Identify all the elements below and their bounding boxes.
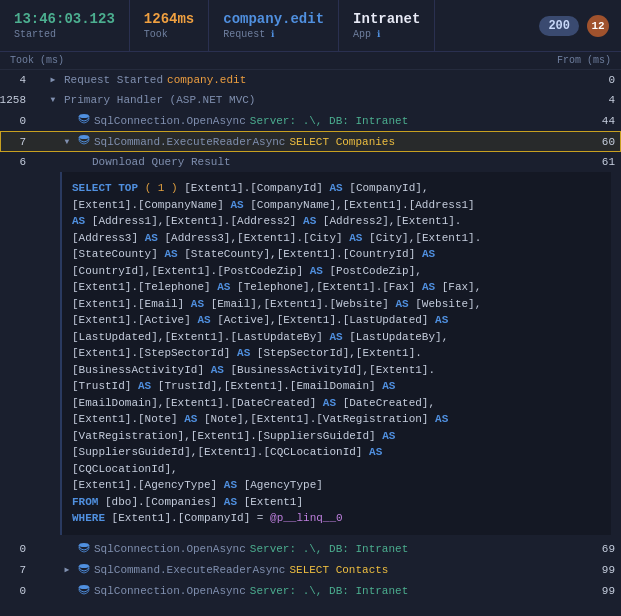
request-label: Request ℹ	[223, 29, 324, 40]
row-content: SqlConnection.OpenAsync Server: .\, DB: …	[74, 110, 581, 131]
header-app: Intranet App ℹ	[339, 0, 435, 51]
table-row: 7 SqlCommand.ExecuteReaderAsync SELECT C…	[0, 560, 621, 581]
db-icon	[78, 113, 90, 128]
label-prefix: Download Query Result	[92, 156, 231, 168]
from-cell: 4	[581, 90, 621, 110]
took-cell: 0	[0, 110, 32, 131]
db-icon	[78, 563, 90, 578]
toggle-icon[interactable]	[60, 131, 74, 152]
from-cell: 99	[581, 560, 621, 581]
label-prefix: SqlConnection.OpenAsync	[94, 543, 246, 555]
db-icon	[78, 134, 90, 149]
label-value: company.edit	[167, 74, 246, 86]
time-value: 13:46:03.123	[14, 11, 115, 27]
svg-point-0	[79, 114, 89, 118]
db-icon	[78, 584, 90, 599]
request-value: company.edit	[223, 11, 324, 27]
label-value: Server: .\, DB: Intranet	[250, 543, 408, 555]
indent-spacer	[32, 90, 46, 110]
status-badge-200: 200	[539, 16, 579, 36]
took-value: 1264ms	[144, 11, 194, 27]
indent-spacer	[32, 581, 46, 602]
indent-spacer	[32, 131, 46, 152]
indent-spacer2	[46, 560, 60, 581]
toggle-icon[interactable]	[46, 70, 60, 90]
toggle-icon[interactable]	[60, 560, 74, 581]
header-badges: 200 12	[527, 0, 621, 51]
svg-point-3	[79, 564, 89, 568]
took-cell: 0	[0, 539, 32, 560]
took-cell: 1258	[0, 90, 32, 110]
label-value: SELECT Contacts	[289, 564, 388, 576]
toggle-icon	[74, 152, 88, 172]
label-value: Server: .\, DB: Intranet	[250, 115, 408, 127]
header-request: company.edit Request ℹ	[209, 0, 339, 51]
column-headers: Took (ms) From (ms)	[0, 52, 621, 70]
indent-spacer2	[60, 152, 74, 172]
indent-spacer	[32, 539, 46, 560]
took-cell: 7	[0, 131, 32, 152]
label-prefix: SqlCommand.ExecuteReaderAsync	[94, 136, 285, 148]
indent-spacer	[32, 110, 46, 131]
row-content: SqlConnection.OpenAsync Server: .\, DB: …	[74, 539, 581, 560]
time-label: Started	[14, 29, 115, 40]
badge-12: 12	[587, 15, 609, 37]
svg-point-1	[79, 135, 89, 139]
header-took: 1264ms Took	[130, 0, 209, 51]
label-prefix: Primary Handler (ASP.NET MVC)	[64, 94, 255, 106]
table-row: 1258 Primary Handler (ASP.NET MVC) 4	[0, 90, 621, 110]
took-label: Took	[144, 29, 194, 40]
indent-spacer	[32, 152, 60, 172]
toggle-icon	[60, 581, 74, 602]
took-col-header: Took (ms)	[10, 55, 64, 66]
took-cell: 4	[0, 70, 32, 90]
took-cell: 6	[0, 152, 32, 172]
from-col-header: From (ms)	[557, 55, 611, 66]
label-value: SELECT Companies	[289, 136, 395, 148]
row-content: SqlConnection.OpenAsync Server: .\, DB: …	[74, 581, 581, 602]
from-cell: 99	[581, 581, 621, 602]
label-prefix: SqlConnection.OpenAsync	[94, 115, 246, 127]
from-cell: 44	[581, 110, 621, 131]
table-row: 7 SqlCommand.ExecuteReaderAsync SELECT C…	[0, 131, 621, 152]
table-row: 6 Download Query Result 61	[0, 152, 621, 172]
row-content: Primary Handler (ASP.NET MVC)	[60, 90, 581, 110]
svg-point-2	[79, 543, 89, 547]
indent-spacer2	[46, 131, 60, 152]
toggle-icon[interactable]	[46, 90, 60, 110]
took-cell: 0	[0, 581, 32, 602]
label-value: Server: .\, DB: Intranet	[250, 585, 408, 597]
indent-spacer2	[46, 110, 60, 131]
label-prefix: Request Started	[64, 74, 163, 86]
table-row: 0 SqlConnection.OpenAsync Server: .\, DB…	[0, 581, 621, 602]
indent-spacer2	[46, 581, 60, 602]
svg-point-4	[79, 585, 89, 589]
row-content: SqlCommand.ExecuteReaderAsync SELECT Con…	[74, 560, 581, 581]
from-cell: 69	[581, 539, 621, 560]
app-label: App ℹ	[353, 29, 420, 40]
app-value: Intranet	[353, 11, 420, 27]
table-row: 0 SqlConnection.OpenAsync Server: .\, DB…	[0, 539, 621, 560]
took-cell: 7	[0, 560, 32, 581]
timeline: 4 Request Started company.edit 0 1258 Pr…	[0, 70, 621, 602]
row-content: Download Query Result	[88, 152, 581, 172]
indent-spacer	[32, 560, 46, 581]
label-prefix: SqlCommand.ExecuteReaderAsync	[94, 564, 285, 576]
profiler-header: 13:46:03.123 Started 1264ms Took company…	[0, 0, 621, 52]
db-icon	[78, 542, 90, 557]
header-time: 13:46:03.123 Started	[0, 0, 130, 51]
toggle-icon	[60, 539, 74, 560]
toggle-icon	[60, 110, 74, 131]
from-cell: 0	[581, 70, 621, 90]
label-prefix: SqlConnection.OpenAsync	[94, 585, 246, 597]
from-cell: 61	[581, 152, 621, 172]
from-cell: 60	[581, 131, 621, 152]
table-row: 0 SqlConnection.OpenAsync Server: .\, DB…	[0, 110, 621, 131]
indent-spacer2	[46, 539, 60, 560]
row-content: SqlCommand.ExecuteReaderAsync SELECT Com…	[74, 131, 581, 152]
table-row: 4 Request Started company.edit 0	[0, 70, 621, 90]
row-content: Request Started company.edit	[60, 70, 581, 90]
indent-spacer	[32, 70, 46, 90]
sql-code-block: SELECT TOP ( 1 ) [Extent1].[CompanyId] A…	[60, 172, 611, 535]
